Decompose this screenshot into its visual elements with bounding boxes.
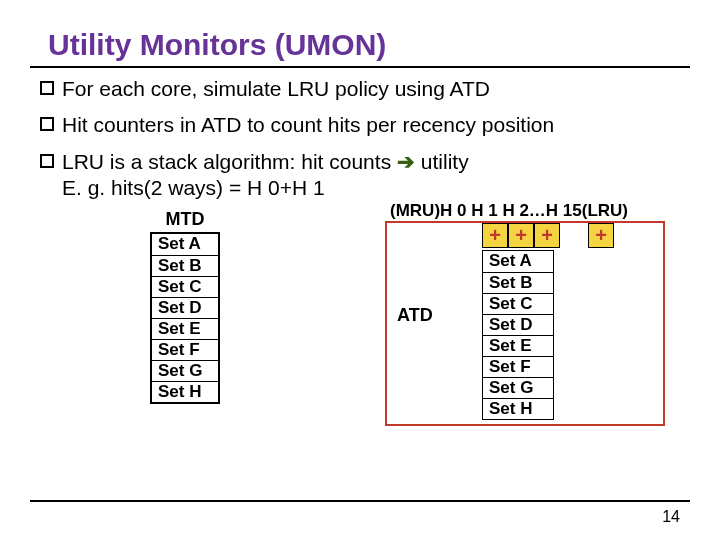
table-row: Set D <box>483 314 553 335</box>
bullet-square-icon <box>40 154 54 168</box>
bullet-3: LRU is a stack algorithm: hit counts ➔ u… <box>40 149 690 202</box>
plus-icon: + <box>482 223 508 248</box>
table-row: Set A <box>152 234 218 255</box>
bullet-3-text: LRU is a stack algorithm: hit counts ➔ u… <box>62 149 469 202</box>
table-row: Set B <box>152 255 218 276</box>
table-row: Set A <box>483 251 553 272</box>
table-row: Set D <box>152 297 218 318</box>
bullet-3-example: E. g. hits(2 ways) = H 0+H 1 <box>62 176 325 199</box>
table-row: Set E <box>152 318 218 339</box>
bottom-rule <box>30 500 690 502</box>
page-number: 14 <box>662 508 680 526</box>
plus-icon: + <box>588 223 614 248</box>
table-row: Set C <box>483 293 553 314</box>
table-row: Set E <box>483 335 553 356</box>
table-row: Set G <box>152 360 218 381</box>
diagram: MTD Set A Set B Set C Set D Set E Set F … <box>30 207 690 452</box>
table-row: Set B <box>483 272 553 293</box>
bullet-1-text: For each core, simulate LRU policy using… <box>62 76 490 102</box>
bullet-3-tail: utility <box>415 150 469 173</box>
table-row: Set F <box>483 356 553 377</box>
arrow-icon: ➔ <box>397 150 415 173</box>
atd-label: ATD <box>397 305 433 326</box>
bullet-1: For each core, simulate LRU policy using… <box>40 76 690 102</box>
atd-table: Set A Set B Set C Set D Set E Set F Set … <box>482 250 554 420</box>
table-row: Set C <box>152 276 218 297</box>
bullet-square-icon <box>40 81 54 95</box>
plus-icon: + <box>534 223 560 248</box>
bullet-2: Hit counters in ATD to count hits per re… <box>40 112 690 138</box>
plus-icon: + <box>508 223 534 248</box>
recency-header: (MRU)H 0 H 1 H 2…H 15(LRU) <box>390 201 628 221</box>
table-row: Set H <box>152 381 218 402</box>
title-underline <box>30 66 690 68</box>
mtd-table: Set A Set B Set C Set D Set E Set F Set … <box>150 232 220 404</box>
bullet-square-icon <box>40 117 54 131</box>
table-row: Set F <box>152 339 218 360</box>
hit-counter-row: + + + + <box>482 223 614 248</box>
table-row: Set G <box>483 377 553 398</box>
bullet-2-text: Hit counters in ATD to count hits per re… <box>62 112 554 138</box>
bullet-3-prefix: LRU is a stack algorithm: hit counts <box>62 150 391 173</box>
table-row: Set H <box>483 398 553 419</box>
slide-title: Utility Monitors (UMON) <box>48 28 690 62</box>
atd-assembly: + + + + ATD Set A Set B Set C Set D Set … <box>385 221 665 426</box>
mtd-title: MTD <box>150 209 220 230</box>
